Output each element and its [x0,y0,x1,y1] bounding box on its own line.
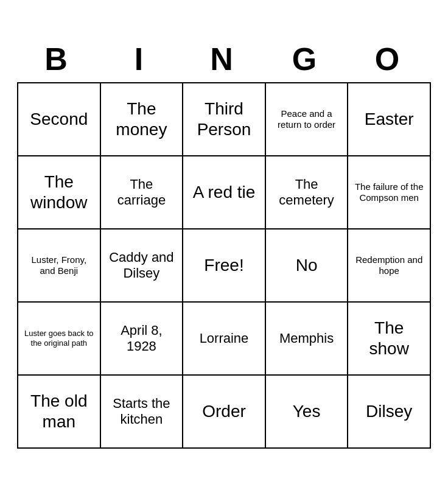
cell-text: Redemption and hope [353,254,425,276]
bingo-cell: The old man [18,376,101,449]
cell-text: No [296,255,318,276]
cell-text: Starts the kitchen [106,396,178,428]
cell-text: Lorraine [200,331,249,346]
bingo-cell: No [266,229,349,303]
bingo-cell: April 8, 1928 [101,303,184,376]
cell-text: Dilsey [366,401,412,422]
bingo-cell: Free! [183,229,266,303]
bingo-card: BINGO SecondThe moneyThird PersonPeace a… [11,32,437,455]
bingo-letter: N [183,38,265,80]
bingo-header: BINGO [17,38,431,80]
cell-text: Luster goes back to the original path [23,329,95,348]
bingo-cell: Peace and a return to order [266,83,349,156]
cell-text: Free! [204,255,243,276]
cell-text: Peace and a return to order [271,108,343,130]
cell-text: April 8, 1928 [106,323,178,355]
cell-text: Memphis [279,331,334,346]
bingo-cell: Dilsey [348,376,431,449]
bingo-cell: Redemption and hope [348,229,431,303]
cell-text: The failure of the Compson men [353,181,425,203]
cell-text: The show [353,318,425,359]
cell-text: Second [30,109,88,130]
cell-text: Third Person [188,99,260,139]
bingo-cell: Second [18,83,101,156]
cell-text: Luster, Frony, and Benji [23,254,95,276]
bingo-cell: Order [183,376,266,449]
bingo-cell: The carriage [101,156,184,229]
bingo-cell: Third Person [183,83,266,156]
bingo-cell: Yes [266,376,349,449]
bingo-grid: SecondThe moneyThird PersonPeace and a r… [17,82,431,449]
bingo-cell: Caddy and Dilsey [101,229,184,303]
cell-text: A red tie [193,182,256,203]
cell-text: The money [106,99,178,139]
cell-text: The window [23,172,95,212]
bingo-cell: The cemetery [266,156,349,229]
bingo-letter: G [265,38,348,80]
bingo-letter: I [100,38,183,80]
cell-text: The carriage [106,177,178,209]
bingo-cell: The money [101,83,184,156]
bingo-cell: A red tie [183,156,266,229]
cell-text: The old man [23,391,95,432]
bingo-cell: The show [348,303,431,376]
bingo-letter: B [17,38,100,80]
bingo-cell: The window [18,156,101,229]
bingo-cell: Easter [348,83,431,156]
bingo-cell: Luster, Frony, and Benji [18,229,101,303]
cell-text: The cemetery [271,177,343,209]
bingo-letter: O [348,38,431,80]
bingo-cell: Starts the kitchen [101,376,184,449]
cell-text: Caddy and Dilsey [106,250,178,282]
bingo-cell: Luster goes back to the original path [18,303,101,376]
bingo-cell: Lorraine [183,303,266,376]
cell-text: Easter [365,109,414,130]
bingo-cell: Memphis [266,303,349,376]
bingo-cell: The failure of the Compson men [348,156,431,229]
cell-text: Order [202,401,246,422]
cell-text: Yes [293,401,321,422]
